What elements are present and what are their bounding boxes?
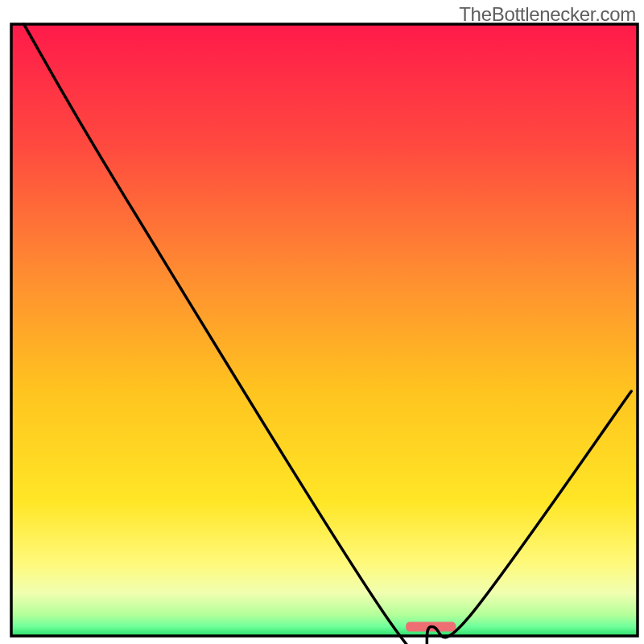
bottleneck-chart	[0, 0, 644, 644]
chart-container: TheBottlenecker.com	[0, 0, 644, 644]
gradient-bg	[11, 24, 638, 636]
watermark-text: TheBottlenecker.com	[459, 3, 636, 26]
